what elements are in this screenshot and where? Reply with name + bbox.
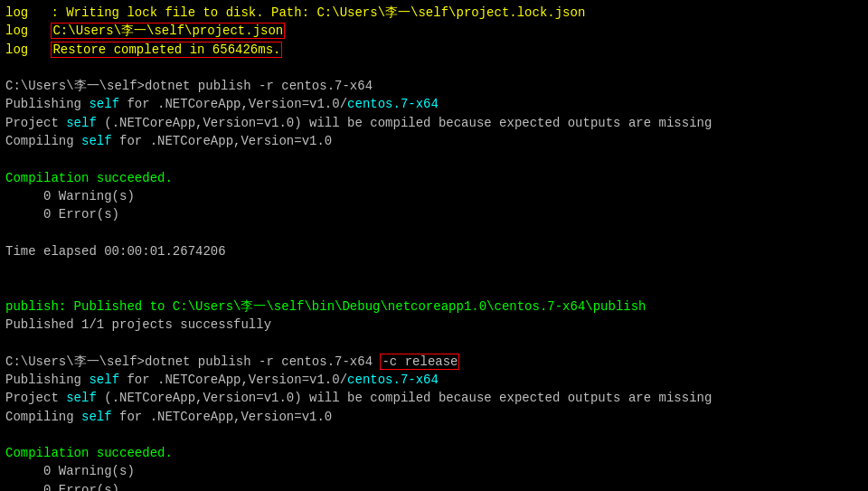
published-success-1: Published 1/1 projects successfully xyxy=(5,316,863,334)
publishing-line-6: Publishing self for .NETCoreApp,Version=… xyxy=(5,95,863,113)
compiling-suffix-2: for .NETCoreApp,Version=v1.0 xyxy=(112,410,333,424)
compilation-success-2: Compilation succeeded. xyxy=(5,444,863,462)
platform-ref-1: centos.7-x64 xyxy=(347,97,439,111)
prompt-line-20: C:\Users\李一\self>dotnet publish -r cento… xyxy=(5,353,863,371)
errors-line-2: 0 Error(s) xyxy=(5,481,863,491)
warnings-line-2: 0 Warning(s) xyxy=(5,462,863,480)
compiling-suffix: for .NETCoreApp,Version=v1.0 xyxy=(112,134,333,148)
self-ref-4: self xyxy=(89,373,119,387)
empty-line-13 xyxy=(5,224,863,242)
empty-line-4 xyxy=(5,59,863,77)
publishing-prefix-2: Publishing xyxy=(5,373,89,387)
project-prefix: Project xyxy=(5,116,66,130)
project-prefix-2: Project xyxy=(5,391,66,405)
log-line-3: log Restore completed in 656426ms. xyxy=(5,41,863,59)
empty-line-9 xyxy=(5,150,863,168)
log-highlight-2: C:\Users\李一\self\project.json xyxy=(51,23,285,39)
prompt-line-5: C:\Users\李一\self>dotnet publish -r cento… xyxy=(5,77,863,95)
platform-ref-2: centos.7-x64 xyxy=(347,373,439,387)
compiling-prefix: Compiling xyxy=(5,134,81,148)
empty-line-24 xyxy=(5,426,863,444)
empty-line-19 xyxy=(5,334,863,352)
empty-line-16 xyxy=(5,279,863,297)
self-ref-1: self xyxy=(89,97,119,111)
log-highlight-3: Restore completed in 656426ms. xyxy=(51,42,282,58)
log-line-1: log : Writing lock file to disk. Path: C… xyxy=(5,4,863,22)
self-ref-3: self xyxy=(81,134,112,148)
publish-path-1: publish: Published to C:\Users\李一\self\b… xyxy=(5,297,863,316)
empty-line-15 xyxy=(5,260,863,279)
warnings-line-1: 0 Warning(s) xyxy=(5,187,863,205)
self-ref-5: self xyxy=(66,391,97,405)
log-line-2: log C:\Users\李一\self\project.json xyxy=(5,22,863,40)
publishing-prefix: Publishing xyxy=(5,97,89,111)
terminal-window: log : Writing lock file to disk. Path: C… xyxy=(0,0,868,491)
time-elapsed-1: Time elapsed 00:00:01.2674206 xyxy=(5,242,863,260)
prompt-highlight-release: -c release xyxy=(380,354,459,370)
log-prefix-2: log xyxy=(5,24,51,38)
compiling-line-23: Compiling self for .NETCoreApp,Version=v… xyxy=(5,408,863,426)
project-suffix: (.NETCoreApp,Version=v1.0) will be compi… xyxy=(97,116,712,130)
errors-line-1: 0 Error(s) xyxy=(5,205,863,223)
self-ref-6: self xyxy=(81,410,112,424)
compiling-prefix-2: Compiling xyxy=(5,410,81,424)
project-line-22: Project self (.NETCoreApp,Version=v1.0) … xyxy=(5,389,863,407)
project-suffix-2: (.NETCoreApp,Version=v1.0) will be compi… xyxy=(97,391,712,405)
publishing-line-21: Publishing self for .NETCoreApp,Version=… xyxy=(5,371,863,389)
compilation-success-1: Compilation succeeded. xyxy=(5,169,863,187)
project-line-7: Project self (.NETCoreApp,Version=v1.0) … xyxy=(5,114,863,132)
compiling-line-8: Compiling self for .NETCoreApp,Version=v… xyxy=(5,132,863,150)
log-prefix-3: log xyxy=(5,42,51,57)
self-ref-2: self xyxy=(66,116,97,130)
publishing-suffix-2: for .NETCoreApp,Version=v1.0/ xyxy=(119,373,347,387)
prompt-prefix-2: C:\Users\李一\self>dotnet publish -r cento… xyxy=(5,354,380,369)
publishing-suffix: for .NETCoreApp,Version=v1.0/ xyxy=(119,97,347,111)
